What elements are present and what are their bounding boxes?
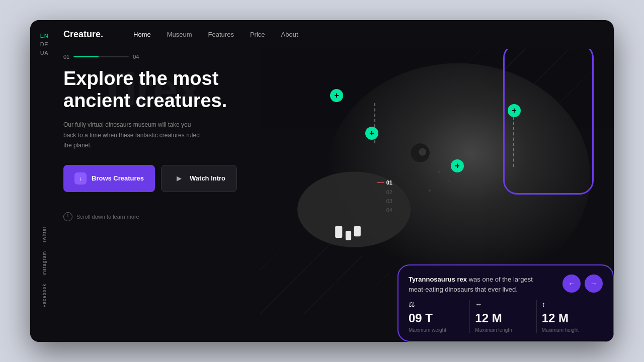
nav-home[interactable]: Home [133, 31, 151, 38]
nav-links: Home Museum Features Price About [133, 31, 298, 38]
nav-arrows: ← → [562, 275, 603, 293]
hero-buttons: ↓ Brows Creatures ▶ Watch Intro [63, 165, 245, 192]
annotation-dot-1[interactable] [330, 89, 343, 102]
svg-point-13 [429, 190, 431, 192]
watch-label: Watch Intro [190, 174, 225, 182]
browse-label: Brows Creatures [92, 174, 144, 182]
progress-track [73, 56, 129, 57]
info-card-top: Tyrannosaurus rex was one of the largest… [409, 275, 603, 294]
stat-height: ↕ 12 M Maximum height [537, 300, 603, 333]
slide-1[interactable]: 01 [377, 178, 392, 186]
progress-bar: 01 04 [63, 54, 245, 60]
info-card: Tyrannosaurus rex was one of the largest… [397, 264, 614, 342]
progress-start: 01 [63, 54, 69, 60]
length-icon: ↔ [475, 300, 531, 308]
svg-point-12 [448, 180, 450, 182]
scroll-text: Scroll down to learn more [76, 214, 139, 220]
svg-rect-8 [335, 226, 342, 238]
progress-end: 04 [133, 54, 139, 60]
svg-rect-10 [354, 226, 361, 237]
hero-section: 01 04 Tirex Explore the most ancient cre… [58, 49, 614, 342]
slide-numbers: 01 02 03 04 [377, 178, 392, 213]
next-button[interactable]: → [585, 275, 603, 293]
sidebar: EN DE UA Twitter Instagram Facebook [30, 20, 58, 342]
stat-length-value: 12 M [475, 311, 531, 325]
lang-en[interactable]: EN [40, 33, 48, 39]
scroll-hint: ! Scroll down to learn more [63, 212, 245, 221]
progress-fill [73, 56, 99, 57]
download-icon: ↓ [74, 172, 87, 185]
slide-4[interactable]: 04 [386, 207, 392, 213]
dino-name: Tyrannosaurus rex [409, 276, 467, 283]
browser-frame: EN DE UA Twitter Instagram Facebook Crea… [30, 20, 614, 342]
dashed-line-2 [513, 117, 514, 167]
navbar: Creature. Home Museum Features Price Abo… [58, 20, 614, 49]
nav-price[interactable]: Price [250, 31, 265, 38]
stats-row: ⚖ 09 T Maximum weight ↔ 12 M Maximum len… [409, 300, 603, 333]
stat-length-label: Maximum length [475, 327, 531, 333]
height-icon: ↕ [542, 300, 598, 308]
stat-height-value: 12 M [542, 311, 598, 325]
svg-point-11 [438, 170, 441, 173]
nav-features[interactable]: Features [208, 31, 234, 38]
logo: Creature. [63, 29, 103, 40]
social-twitter[interactable]: Twitter [42, 222, 47, 247]
social-links: Twitter Instagram Facebook [42, 222, 47, 312]
svg-point-5 [297, 172, 411, 247]
main-content: Creature. Home Museum Features Price Abo… [58, 20, 614, 342]
play-icon: ▶ [173, 172, 185, 185]
stat-weight: ⚖ 09 T Maximum weight [409, 300, 470, 333]
annotation-dot-2[interactable] [365, 127, 378, 140]
stat-weight-value: 09 T [409, 311, 464, 325]
slide-2[interactable]: 02 [386, 189, 392, 195]
lang-ua[interactable]: UA [40, 50, 48, 56]
scroll-circle-icon: ! [63, 212, 72, 221]
watch-button[interactable]: ▶ Watch Intro [161, 165, 237, 192]
hero-title: Explore the most ancient creatures. [63, 68, 245, 112]
browse-button[interactable]: ↓ Brows Creatures [63, 165, 155, 192]
svg-rect-9 [346, 231, 351, 240]
annotation-dot-4[interactable] [508, 104, 521, 117]
nav-about[interactable]: About [281, 31, 298, 38]
social-facebook[interactable]: Facebook [42, 280, 47, 312]
annotation-dot-3[interactable] [451, 159, 464, 172]
stat-length: ↔ 12 M Maximum length [470, 300, 536, 333]
prev-button[interactable]: ← [562, 275, 581, 293]
dino-description: Tyrannosaurus rex was one of the largest… [409, 275, 539, 294]
stat-weight-label: Maximum weight [409, 327, 464, 333]
svg-point-7 [419, 148, 426, 156]
nav-museum[interactable]: Museum [167, 31, 192, 38]
weight-icon: ⚖ [409, 300, 464, 308]
slide-3[interactable]: 03 [386, 198, 392, 204]
social-instagram[interactable]: Instagram [42, 247, 47, 280]
hero-left: 01 04 Tirex Explore the most ancient cre… [58, 49, 260, 342]
hero-right: 01 02 03 04 Tyrannosaurus rex was one of… [260, 49, 614, 342]
lang-de[interactable]: DE [40, 41, 48, 47]
hero-description: Our fully virtual dinosaurs museum will … [63, 120, 204, 150]
stat-height-label: Maximum height [542, 327, 598, 333]
